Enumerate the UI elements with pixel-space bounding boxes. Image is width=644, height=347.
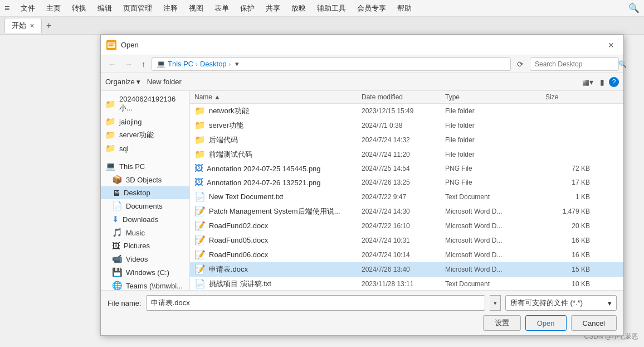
menu-tools[interactable]: 辅助工具 <box>313 2 350 15</box>
file-icon: 📁 <box>194 105 206 116</box>
menu-share[interactable]: 共享 <box>261 2 285 15</box>
column-header-type: Type <box>445 93 545 101</box>
sidebar-item-downloads[interactable]: ⬇ Downloads <box>101 213 189 226</box>
sidebar-item-teams[interactable]: 🌐 Teams (\\bmwbi... <box>101 279 189 290</box>
computer-icon: 💻 <box>105 161 116 171</box>
sidebar-item-recent-2[interactable]: 📁 jaiojing <box>101 115 189 128</box>
file-date: 2024/7/24 14:30 <box>362 208 445 215</box>
sidebar-item-recent-3[interactable]: 📁 server功能 <box>101 128 189 142</box>
sidebar-item-label: This PC <box>119 162 145 171</box>
column-header-date[interactable]: Date modified <box>362 93 445 101</box>
music-icon: 🎵 <box>112 228 123 238</box>
menu-vip[interactable]: 会员专享 <box>353 2 391 15</box>
file-icon: 📁 <box>194 120 206 131</box>
breadcrumb[interactable]: 💻 This PC › Desktop › ▾ <box>152 57 511 71</box>
sidebar-item-recent-1[interactable]: 📁 20240624192136小... <box>101 93 189 115</box>
file-type: File folder <box>445 151 545 158</box>
menu-convert[interactable]: 转换 <box>67 2 91 15</box>
menu-home[interactable]: 主页 <box>42 2 65 15</box>
breadcrumb-desktop[interactable]: Desktop <box>200 60 227 68</box>
menu-protect[interactable]: 保护 <box>236 2 259 15</box>
menu-file[interactable]: 文件 <box>16 2 40 15</box>
file-type: Microsoft Word D... <box>445 237 545 244</box>
table-row[interactable]: 🖼 Annotation 2024-07-25 145445.png 2024/… <box>190 162 623 176</box>
sidebar-item-3d-objects[interactable]: 📦 3D Objects <box>101 173 189 186</box>
menu-annotate[interactable]: 注释 <box>159 2 182 15</box>
menu-view[interactable]: 视图 <box>184 2 208 15</box>
table-row[interactable]: 📝 Patch Management System后端使用说... 2024/7… <box>190 204 623 219</box>
settings-button[interactable]: 设置 <box>483 315 521 331</box>
new-tab-button[interactable]: + <box>42 20 56 32</box>
folder-icon: 📁 <box>105 130 116 140</box>
search-box[interactable]: 🔍 <box>530 57 619 71</box>
tab-start[interactable]: 开始 ✕ <box>4 18 42 33</box>
documents-icon: 📄 <box>112 201 123 211</box>
table-row[interactable]: 📝 RoadFund06.docx 2024/7/24 10:14 Micros… <box>190 248 623 262</box>
open-button[interactable]: Open <box>525 315 567 331</box>
filename-input[interactable] <box>146 295 485 311</box>
breadcrumb-dropdown-icon[interactable]: ▾ <box>235 60 239 68</box>
sidebar-item-videos[interactable]: 📹 Videos <box>101 252 189 266</box>
menu-help[interactable]: 帮助 <box>393 2 416 15</box>
sidebar-item-this-pc[interactable]: 💻 This PC <box>101 160 189 173</box>
dialog-title: Open <box>121 41 604 49</box>
organize-button[interactable]: Organize ▾ <box>105 78 140 86</box>
sidebar-item-pictures[interactable]: 🖼 Pictures <box>101 239 189 252</box>
menu-edit[interactable]: 编辑 <box>93 2 116 15</box>
filename-dropdown-button[interactable]: ▾ <box>490 295 501 311</box>
table-row[interactable]: 📝 申请表.docx 2024/7/26 13:40 Microsoft Wor… <box>190 262 623 277</box>
table-row[interactable]: 📝 RoadFund05.docx 2024/7/24 10:31 Micros… <box>190 233 623 248</box>
sidebar-item-windows-c[interactable]: 💾 Windows (C:) <box>101 266 189 279</box>
view-details-button[interactable]: ▦▾ <box>580 76 596 88</box>
tab-close-icon[interactable]: ✕ <box>30 22 35 30</box>
file-date: 2024/7/26 13:25 <box>362 179 445 186</box>
open-dialog: Open ✕ ← → ↑ 💻 This PC › Desktop › ▾ ⟳ 🔍… <box>100 35 624 336</box>
file-type: Microsoft Word D... <box>445 222 545 230</box>
buttons-row: 设置 Open Cancel <box>108 315 617 331</box>
file-name: Annotation 2024-07-25 145445.png <box>207 165 321 173</box>
file-list-header: Name ▲ Date modified Type Size <box>190 91 623 104</box>
breadcrumb-this-pc[interactable]: This PC <box>168 60 193 68</box>
forward-button[interactable]: → <box>122 59 135 70</box>
file-size: 1,479 KB <box>545 208 590 215</box>
sidebar-item-music[interactable]: 🎵 Music <box>101 226 189 239</box>
table-row[interactable]: 📄 挑战项目 演讲稿.txt 2023/11/28 13:11 Text Doc… <box>190 277 623 290</box>
new-folder-button[interactable]: New folder <box>147 78 182 86</box>
search-icon[interactable]: 🔍 <box>628 3 640 13</box>
network-drive-icon: 🌐 <box>112 281 123 290</box>
sidebar-item-desktop[interactable]: 🖥 Desktop <box>101 186 189 199</box>
file-size: 16 KB <box>545 251 590 259</box>
back-button[interactable]: ← <box>105 59 119 70</box>
search-input[interactable] <box>535 60 618 68</box>
menu-form[interactable]: 表单 <box>210 2 233 15</box>
table-row[interactable]: 📁 server功能 2024/7/1 0:38 File folder <box>190 118 623 133</box>
view-pane-button[interactable]: ▮ <box>598 76 607 88</box>
table-row[interactable]: 📁 前端测试代码 2024/7/24 11:20 File folder <box>190 147 623 162</box>
file-name: network功能 <box>209 106 249 116</box>
up-button[interactable]: ↑ <box>139 59 148 70</box>
sidebar-item-recent-4[interactable]: 📁 sql <box>101 142 189 155</box>
menu-page-manage[interactable]: 页面管理 <box>119 2 157 15</box>
file-size: 15 KB <box>545 266 590 273</box>
menu-play[interactable]: 放映 <box>287 2 310 15</box>
dialog-close-button[interactable]: ✕ <box>604 38 618 52</box>
file-name: 前端测试代码 <box>209 150 252 160</box>
sidebar-item-documents[interactable]: 📄 Documents <box>101 199 189 213</box>
table-row[interactable]: 📝 RoadFund02.docx 2024/7/22 16:10 Micros… <box>190 219 623 233</box>
sidebar-item-label: 3D Objects <box>126 176 162 184</box>
cancel-button[interactable]: Cancel <box>571 315 617 331</box>
pictures-icon: 🖼 <box>112 241 120 250</box>
column-header-name[interactable]: Name ▲ <box>194 93 362 101</box>
refresh-button[interactable]: ⟳ <box>514 59 526 70</box>
filetype-select[interactable]: 所有可支持的文件 (*.*) ▾ <box>505 295 617 311</box>
table-row[interactable]: 🖼 Annotation 2024-07-26 132521.png 2024/… <box>190 176 623 190</box>
menu-hamburger-icon[interactable]: ≡ <box>4 3 9 13</box>
file-name: RoadFund05.docx <box>209 236 268 244</box>
table-row[interactable]: 📄 New Text Document.txt 2024/7/22 9:47 T… <box>190 190 623 204</box>
help-button[interactable]: ? <box>609 77 619 87</box>
file-date: 2024/7/24 11:20 <box>362 151 445 158</box>
table-row[interactable]: 📁 network功能 2023/12/15 15:49 File folder <box>190 104 623 118</box>
file-date: 2024/7/22 16:10 <box>362 222 445 230</box>
file-type: PNG File <box>445 179 545 186</box>
table-row[interactable]: 📁 后端代码 2024/7/24 14:32 File folder <box>190 133 623 147</box>
